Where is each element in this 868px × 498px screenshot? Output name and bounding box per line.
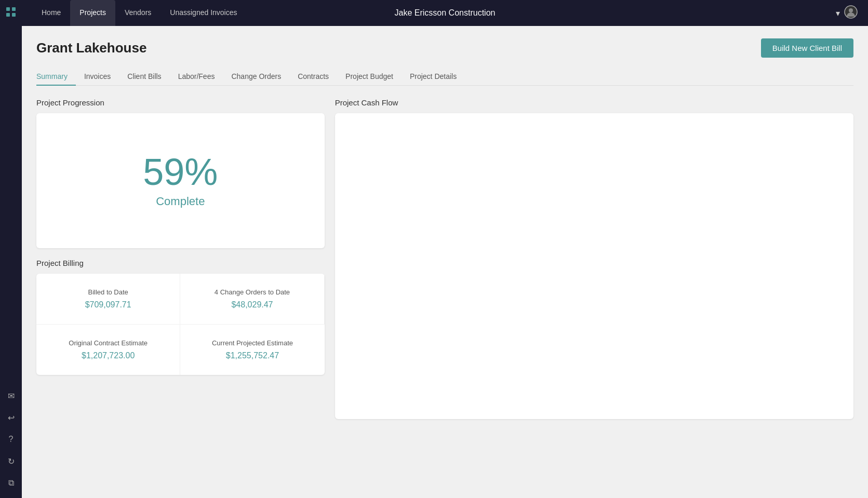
left-column: Project Progression 59% Complete Project…: [36, 98, 325, 404]
tab-labor-fees[interactable]: Labor/Fees: [170, 68, 223, 86]
billing-value-original-contract: $1,207,723.00: [82, 351, 135, 360]
billing-cell-original-contract: Original Contract Estimate $1,207,723.00: [36, 325, 180, 375]
sidebar: ✉ ↩ ? ↻ ⧉: [0, 0, 22, 498]
billing-cell-current-projected: Current Projected Estimate $1,255,752.47: [180, 325, 324, 375]
svg-point-5: [849, 8, 853, 12]
progression-percent: 59%: [143, 153, 218, 191]
billing-value-change-orders: $48,029.47: [231, 300, 273, 309]
user-avatar-icon: [844, 5, 858, 21]
billing-value-billed-to-date: $709,097.71: [85, 300, 131, 309]
sub-tabs: Summary Invoices Client Bills Labor/Fees…: [36, 68, 853, 86]
billing-label-original-contract: Original Contract Estimate: [69, 339, 148, 347]
topnav-tabs: Home Projects Vendors Unassigned Invoice…: [32, 0, 247, 26]
tab-client-bills[interactable]: Client Bills: [119, 68, 169, 86]
nav-tab-projects[interactable]: Projects: [70, 0, 115, 26]
app-title: Jake Ericsson Construction: [395, 8, 496, 18]
layers-icon[interactable]: ⧉: [2, 474, 20, 492]
project-cash-flow-section: Project Cash Flow: [335, 98, 853, 404]
tab-project-budget[interactable]: Project Budget: [337, 68, 402, 86]
question-icon[interactable]: ?: [2, 430, 20, 448]
nav-tab-home[interactable]: Home: [32, 0, 70, 26]
project-billing-title: Project Billing: [36, 259, 325, 267]
svg-rect-3: [12, 13, 16, 17]
user-menu[interactable]: ▾: [836, 5, 858, 21]
tab-project-details[interactable]: Project Details: [402, 68, 465, 86]
main-wrapper: Home Projects Vendors Unassigned Invoice…: [22, 0, 868, 498]
billing-label-billed-to-date: Billed to Date: [88, 288, 128, 296]
billing-cell-billed-to-date: Billed to Date $709,097.71: [36, 274, 180, 325]
billing-value-current-projected: $1,255,752.47: [226, 351, 279, 360]
topnav: Home Projects Vendors Unassigned Invoice…: [22, 0, 868, 26]
project-cash-flow-title: Project Cash Flow: [335, 98, 853, 107]
tab-contracts[interactable]: Contracts: [289, 68, 337, 86]
project-progression-section: Project Progression 59% Complete: [36, 98, 325, 248]
tab-summary[interactable]: Summary: [36, 68, 76, 86]
nav-tab-unassigned-invoices[interactable]: Unassigned Invoices: [161, 0, 246, 26]
reply-icon[interactable]: ↩: [2, 409, 20, 426]
app-logo[interactable]: [5, 6, 17, 20]
page-title: Grant Lakehouse: [36, 40, 146, 56]
billing-grid: Billed to Date $709,097.71 4 Change Orde…: [36, 274, 325, 375]
svg-rect-0: [6, 7, 10, 11]
nav-tab-vendors[interactable]: Vendors: [115, 0, 161, 26]
tab-invoices[interactable]: Invoices: [76, 68, 119, 86]
billing-label-current-projected: Current Projected Estimate: [212, 339, 293, 347]
svg-rect-2: [6, 13, 10, 17]
progression-label: Complete: [156, 195, 205, 208]
project-progression-title: Project Progression: [36, 98, 325, 107]
billing-cell-change-orders: 4 Change Orders to Date $48,029.47: [180, 274, 324, 325]
refresh-icon[interactable]: ↻: [2, 452, 20, 470]
content-grid: Project Progression 59% Complete Project…: [36, 98, 853, 404]
tab-change-orders[interactable]: Change Orders: [223, 68, 289, 86]
mail-icon[interactable]: ✉: [2, 387, 20, 405]
page-content: Grant Lakehouse Build New Client Bill Su…: [22, 26, 868, 498]
project-cash-flow-card: [335, 113, 853, 419]
build-new-client-bill-button[interactable]: Build New Client Bill: [761, 38, 853, 58]
svg-rect-1: [12, 7, 16, 11]
page-header: Grant Lakehouse Build New Client Bill: [36, 38, 853, 58]
project-progression-card: 59% Complete: [36, 113, 325, 248]
chevron-down-icon: ▾: [836, 8, 840, 18]
project-billing-section: Project Billing Billed to Date $709,097.…: [36, 259, 325, 375]
billing-label-change-orders: 4 Change Orders to Date: [215, 288, 290, 296]
project-billing-card: Billed to Date $709,097.71 4 Change Orde…: [36, 274, 325, 375]
